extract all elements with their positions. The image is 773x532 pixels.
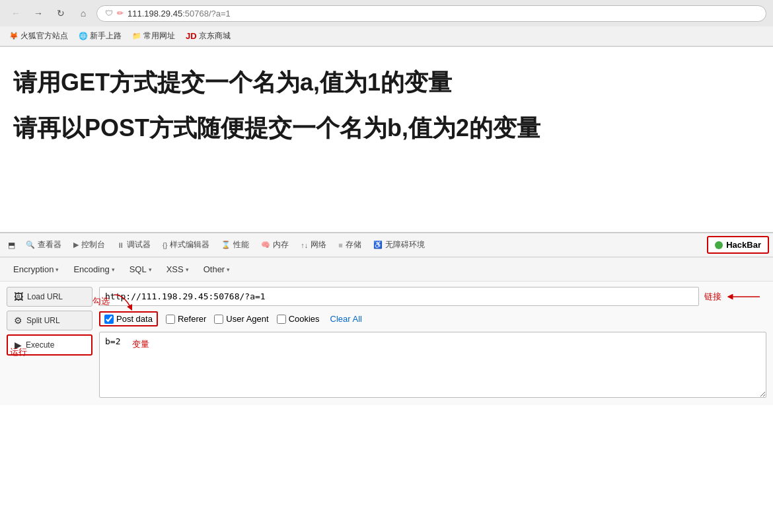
devtools-tab-memory[interactable]: 🧠 内存 <box>256 235 294 254</box>
browser-titlebar: ← → ↻ ⌂ 🛡 ✏ 111.198.29.45:50768/?a=1 <box>0 0 773 26</box>
bookmark-icon-xinshou: 🌐 <box>79 32 88 40</box>
devtools-bar: ⬒ 🔍 查看器 ▶ 控制台 ⏸ 调试器 {} 样式编辑器 ⌛ 性能 🧠 内存 ↑… <box>0 232 773 257</box>
referer-checkbox-label[interactable]: Referer <box>166 314 206 324</box>
hackbar-tab[interactable]: HackBar <box>707 236 769 254</box>
bookmark-label-changyong: 常用网址 <box>143 30 175 42</box>
storage-label: 存储 <box>346 239 361 250</box>
inspector-icon: 🔍 <box>26 241 35 249</box>
load-url-icon: 🖼 <box>14 291 23 302</box>
load-url-button[interactable]: 🖼 Load URL <box>7 287 92 307</box>
encoding-label: Encoding <box>73 264 109 274</box>
bookmark-jd[interactable]: JD 京东商城 <box>183 29 233 43</box>
devtools-tab-style-editor[interactable]: {} 样式编辑器 <box>157 235 215 254</box>
page-title-1: 请用GET方式提交一个名为a,值为1的变量 <box>13 67 760 99</box>
encryption-label: Encryption <box>13 264 54 274</box>
hackbar-post-row: Post data Referer User Agent Cookies C <box>99 310 766 328</box>
hackbar-dot-icon <box>715 241 723 249</box>
encryption-chevron-icon: ▾ <box>55 266 59 273</box>
bookmark-label-huhu: 火狐官方站点 <box>20 30 68 42</box>
post-data-checkbox-label[interactable]: Post data <box>99 311 158 326</box>
inspector-label: 查看器 <box>38 239 61 250</box>
security-icon: ✏ <box>117 9 124 18</box>
hackbar-menu-sql[interactable]: SQL ▾ <box>123 262 159 277</box>
forward-button[interactable]: → <box>29 4 48 22</box>
hackbar-panel: Encryption ▾ Encoding ▾ SQL ▾ XSS ▾ Othe… <box>0 257 773 405</box>
hackbar-left-panel: 🖼 Load URL ⚙ Split URL ▶ Execute 运行 <box>7 287 92 400</box>
load-url-label: Load URL <box>27 292 63 301</box>
network-label: 网络 <box>311 239 326 250</box>
performance-label: 性能 <box>233 239 249 250</box>
cookies-checkbox-label[interactable]: Cookies <box>277 314 320 324</box>
devtools-tab-network[interactable]: ↑↓ 网络 <box>295 235 332 254</box>
memory-icon: 🧠 <box>261 241 270 249</box>
home-button[interactable]: ⌂ <box>74 4 92 22</box>
user-agent-checkbox-label[interactable]: User Agent <box>214 314 268 324</box>
bookmark-icon-jd: JD <box>186 31 197 41</box>
devtools-tab-accessibility[interactable]: ♿ 无障碍环境 <box>368 235 430 254</box>
debugger-label: 调试器 <box>127 239 151 250</box>
bookmark-huhu[interactable]: 🦊 火狐官方站点 <box>7 29 71 43</box>
restore-icon: ⬒ <box>8 241 15 250</box>
bookmark-changyong[interactable]: 📁 常用网址 <box>129 29 178 43</box>
url-input[interactable] <box>99 287 699 306</box>
bookmark-xinshou[interactable]: 🌐 新手上路 <box>76 29 124 43</box>
hackbar-main: 🖼 Load URL ⚙ Split URL ▶ Execute 运行 链接 <box>0 282 773 405</box>
other-chevron-icon: ▾ <box>227 266 230 273</box>
shield-icon: 🛡 <box>105 9 113 18</box>
split-url-button[interactable]: ⚙ Split URL <box>7 311 92 330</box>
hackbar-menu-bar: Encryption ▾ Encoding ▾ SQL ▾ XSS ▾ Othe… <box>0 258 773 282</box>
encoding-chevron-icon: ▾ <box>112 266 115 273</box>
page-content: 请用GET方式提交一个名为a,值为1的变量 请再以POST方式随便提交一个名为b… <box>0 47 773 232</box>
devtools-tab-debugger[interactable]: ⏸ 调试器 <box>112 235 156 254</box>
user-agent-checkbox[interactable] <box>214 315 223 324</box>
hackbar-right-panel: 链接 Post data Referer <box>99 287 766 400</box>
cookies-label: Cookies <box>289 314 320 324</box>
execute-icon: ▶ <box>15 340 22 350</box>
devtools-tab-inspector[interactable]: 🔍 查看器 <box>20 235 67 254</box>
address-url: 111.198.29.45:50768/?a=1 <box>128 9 231 19</box>
bookmarks-bar: 🦊 火狐官方站点 🌐 新手上路 📁 常用网址 JD 京东商城 <box>0 26 773 46</box>
annot-link: 链接 <box>704 291 721 303</box>
sql-label: SQL <box>129 264 147 274</box>
xss-label: XSS <box>166 264 184 274</box>
console-icon: ▶ <box>73 241 79 249</box>
execute-button[interactable]: ▶ Execute <box>7 334 92 356</box>
bookmark-icon-huhu: 🦊 <box>9 32 18 40</box>
hackbar-menu-other[interactable]: Other ▾ <box>197 262 237 277</box>
split-url-icon: ⚙ <box>14 315 22 326</box>
memory-label: 内存 <box>273 239 289 250</box>
post-data-textarea[interactable]: b=2 <box>99 332 766 398</box>
hackbar-tab-label: HackBar <box>726 240 761 250</box>
xss-chevron-icon: ▾ <box>186 266 189 273</box>
accessibility-icon: ♿ <box>373 241 383 249</box>
accessibility-label: 无障碍环境 <box>385 239 425 250</box>
post-data-label: Post data <box>116 314 153 324</box>
back-button[interactable]: ← <box>7 4 25 22</box>
post-data-checkbox[interactable] <box>104 315 114 324</box>
refresh-button[interactable]: ↻ <box>52 4 70 22</box>
address-bar[interactable]: 🛡 ✏ 111.198.29.45:50768/?a=1 <box>96 5 766 22</box>
other-label: Other <box>203 264 225 274</box>
hackbar-menu-encryption[interactable]: Encryption ▾ <box>7 262 65 277</box>
referer-label: Referer <box>178 314 206 324</box>
referer-checkbox[interactable] <box>166 315 175 324</box>
network-icon: ↑↓ <box>301 241 308 249</box>
hackbar-menu-encoding[interactable]: Encoding ▾ <box>67 262 121 277</box>
clear-all-button[interactable]: Clear All <box>328 313 365 325</box>
devtools-tab-performance[interactable]: ⌛ 性能 <box>216 235 254 254</box>
console-label: 控制台 <box>81 239 105 250</box>
bookmark-label-jd: 京东商城 <box>199 30 231 42</box>
hackbar-menu-xss[interactable]: XSS ▾ <box>160 262 196 277</box>
devtools-tab-storage[interactable]: ≡ 存储 <box>333 235 366 254</box>
style-editor-label: 样式编辑器 <box>170 239 209 250</box>
devtools-tab-restore[interactable]: ⬒ <box>4 238 19 252</box>
execute-label: Execute <box>26 340 54 350</box>
devtools-tab-console[interactable]: ▶ 控制台 <box>68 235 110 254</box>
storage-icon: ≡ <box>338 241 342 249</box>
browser-chrome: ← → ↻ ⌂ 🛡 ✏ 111.198.29.45:50768/?a=1 🦊 火… <box>0 0 773 47</box>
url-host: 111.198.29.45 <box>128 9 182 19</box>
split-url-label: Split URL <box>26 316 60 325</box>
user-agent-label: User Agent <box>226 314 268 324</box>
page-title-2: 请再以POST方式随便提交一个名为b,值为2的变量 <box>13 112 760 145</box>
cookies-checkbox[interactable] <box>277 315 286 324</box>
